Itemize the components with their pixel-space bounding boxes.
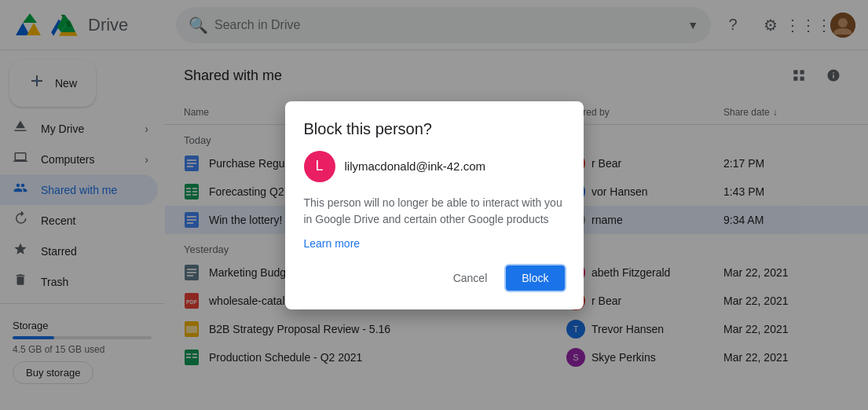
modal-description: This person will no longer be able to in… xyxy=(304,195,565,228)
cancel-button[interactable]: Cancel xyxy=(441,265,500,291)
modal-overlay[interactable]: Block this person? L lilymacdonald@ink-4… xyxy=(0,0,868,410)
modal-title: Block this person? xyxy=(304,120,565,138)
person-avatar: L xyxy=(304,151,335,182)
modal-person: L lilymacdonald@ink-42.com xyxy=(304,151,565,182)
block-button[interactable]: Block xyxy=(506,265,564,291)
block-person-modal: Block this person? L lilymacdonald@ink-4… xyxy=(285,101,584,309)
person-email: lilymacdonald@ink-42.com xyxy=(345,159,485,173)
learn-more-link[interactable]: Learn more xyxy=(304,237,565,250)
modal-actions: Cancel Block xyxy=(304,265,565,291)
